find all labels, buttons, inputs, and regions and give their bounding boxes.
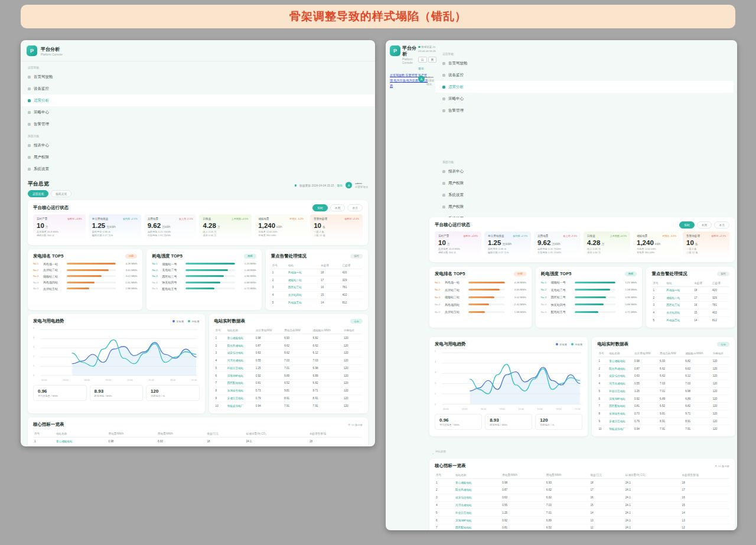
station-link[interactable]: 智能虚拟电厂 <box>226 402 255 409</box>
station-link[interactable]: 滨海湖畔电站 <box>226 372 255 380</box>
table-row[interactable]: 4光伏站四站15402 <box>651 309 729 316</box>
table-row[interactable]: 10智能虚拟电厂 0.947.917.91120 <box>214 402 363 409</box>
table-row[interactable]: 8东湖绿色电站 0.739.819.71120 <box>597 410 729 417</box>
table-row[interactable]: 2阳光风储电站 0.876.621724.117 <box>435 487 729 494</box>
nav-item[interactable]: 告警管理 <box>435 105 734 116</box>
station-link[interactable]: 配电站五号 <box>551 310 572 314</box>
table-row[interactable]: 2储能站二站17329 <box>651 294 729 302</box>
rank-badge[interactable]: 日榜 <box>125 254 138 259</box>
table-row[interactable]: 3园区站三站16781 <box>651 302 729 309</box>
rank-badge[interactable]: 周榜 <box>244 254 256 259</box>
legend-item[interactable]: 发电量 <box>556 343 567 346</box>
station-link[interactable]: 河湾光储电站 <box>226 357 255 364</box>
nav-item[interactable]: 报表中心 <box>21 139 375 151</box>
station-link[interactable]: 绿安综合电站 <box>226 349 255 357</box>
station-link[interactable]: 园区站三号 <box>162 275 183 278</box>
table-row[interactable]: 7园区配电电站 0.816.526.82120 <box>597 403 729 410</box>
table-row[interactable]: 6滨海湖畔电站 0.926.891324.113 <box>435 517 729 524</box>
station-link[interactable]: 园区配电电站 <box>608 403 633 410</box>
page-tab[interactable]: 运营总览 <box>28 190 48 197</box>
table-row[interactable]: 5科创示范电站 1.257.016.98120 <box>214 364 363 372</box>
station-link[interactable]: 储能站二站 <box>665 294 693 302</box>
station-link[interactable]: 充电站二号 <box>551 288 572 292</box>
station-link[interactable]: 青山储能电站 <box>454 479 501 487</box>
station-link[interactable]: 风电场五站 <box>665 316 693 324</box>
station-link[interactable]: 绿安综合电站 <box>454 494 501 501</box>
station-link[interactable]: 青山储能电站 <box>608 357 633 365</box>
table-row[interactable]: 5科创示范电站 1.257.011424.114 <box>435 509 729 517</box>
table-row[interactable]: 2阳光风储电站 0.876.626.62120 <box>214 342 363 350</box>
station-link[interactable]: 河湾光储电站 <box>454 501 501 509</box>
table-row[interactable]: 1青山储能电站 0.986.936.82120 <box>214 334 363 342</box>
station-link[interactable]: 风电场一站 <box>665 286 693 294</box>
station-link[interactable]: 智能虚拟电厂 <box>608 425 633 432</box>
station-link[interactable]: 光伏站二站 <box>43 268 64 272</box>
station-link[interactable]: 风电场一站 <box>287 269 320 276</box>
table-row[interactable]: 2阳光风储电站 0.876.626.62120 <box>597 365 729 373</box>
station-link[interactable]: 园区配电电站 <box>226 380 255 387</box>
station-link[interactable]: 光伏站五站 <box>43 287 64 291</box>
nav-item[interactable]: 系统设置 <box>435 189 734 201</box>
nav-item[interactable]: 首页驾驶舱 <box>435 57 734 69</box>
station-link[interactable]: 科创示范电站 <box>608 387 633 395</box>
station-link[interactable]: 光伏站四站 <box>665 309 693 316</box>
station-link[interactable]: 快充站四号 <box>162 280 183 284</box>
nav-item[interactable]: 运营分析 <box>435 81 734 93</box>
rank-badge[interactable]: 日榜 <box>514 272 526 276</box>
station-link[interactable]: 科创示范电站 <box>226 364 255 372</box>
table-row[interactable]: 6滨海湖畔电站 0.926.896.89120 <box>597 395 729 403</box>
alerts-badge[interactable]: 实时 <box>350 254 363 259</box>
station-link[interactable]: 阳光风储电站 <box>454 487 501 494</box>
station-link[interactable]: 东湖绿色电站 <box>608 410 633 417</box>
table-row[interactable]: 4河湾光储电站 0.557.037.03120 <box>597 380 729 387</box>
nav-item[interactable]: 首页驾驶舱 <box>21 71 375 83</box>
station-link[interactable]: 滨海湖畔电站 <box>608 395 633 403</box>
filter-pill[interactable]: 本月 <box>347 204 363 211</box>
nav-item[interactable]: 运营分析 <box>21 94 375 106</box>
station-link[interactable]: 光伏站四站 <box>287 291 320 299</box>
station-link[interactable]: 储能站一号 <box>551 280 572 284</box>
table-row[interactable]: 3绿安综合电站 0.636.626.12120 <box>597 372 729 380</box>
table-row[interactable]: 7园区配电电站 0.816.521224.112 <box>435 524 729 530</box>
station-link[interactable]: 园区站三站 <box>665 302 693 309</box>
table-row[interactable]: 1风电场一站18420 <box>271 269 363 276</box>
table-row[interactable]: 1青山储能电站 0.986.931824.118 <box>435 479 729 487</box>
table-row[interactable]: 5科创示范电站 1.257.016.98120 <box>597 387 729 395</box>
export-link[interactable]: 导出 <box>337 184 343 187</box>
table-row[interactable]: 3园区站三站16781 <box>271 284 363 292</box>
station-link[interactable]: 光伏站五站 <box>445 310 466 314</box>
table-row[interactable]: 5风电场五站14812 <box>651 316 729 324</box>
table-row[interactable]: 10智能虚拟电厂 0.947.917.91120 <box>597 425 729 432</box>
table-row[interactable]: 1青山储能电站 0.986.931824.118 <box>33 438 363 445</box>
station-link[interactable]: 阳光风储电站 <box>55 445 107 447</box>
table-row[interactable]: 3绿安综合电站 0.636.626.12120 <box>214 349 363 357</box>
nav-item[interactable]: 用户权限 <box>21 151 375 163</box>
table-row[interactable]: 2阳光风储电站 0.876.621724.117 <box>33 445 363 447</box>
station-link[interactable]: 风电场一站 <box>43 262 64 266</box>
table-row[interactable]: 7园区配电电站 0.816.526.82120 <box>214 380 363 387</box>
nav-item-duplicate[interactable]: 用户权限 <box>435 201 734 213</box>
nav-item[interactable]: 告警管理 <box>21 118 375 130</box>
station-link[interactable]: 园区站三站 <box>287 284 320 292</box>
table-row[interactable]: 4河湾光储电站 0.557.037.03120 <box>214 357 363 364</box>
station-link[interactable]: 配电站五号 <box>162 287 183 291</box>
page-tab[interactable]: 能耗总览 <box>51 190 71 197</box>
station-link[interactable]: 风电场五站 <box>287 299 320 306</box>
station-link[interactable]: 青山储能电站 <box>226 334 255 342</box>
table-row[interactable]: 8东湖绿色电站 0.739.819.71120 <box>214 387 363 394</box>
table-row[interactable]: 6滨海湖畔电站 0.926.896.89120 <box>214 372 363 380</box>
legend-item[interactable]: 用电量 <box>188 320 199 323</box>
nav-item[interactable]: 策略中心 <box>435 93 734 105</box>
nav-item[interactable]: 设备监控 <box>21 83 375 94</box>
avatar[interactable]: A <box>418 76 425 82</box>
export-link[interactable]: 导出 <box>418 67 436 70</box>
table-row[interactable]: 1青山储能电站 0.986.936.82120 <box>597 357 729 365</box>
nav-item[interactable]: 设备监控 <box>435 69 734 81</box>
table-row[interactable]: 4光伏站四站15402 <box>271 291 363 299</box>
filter-pill[interactable]: 本周 <box>697 221 712 229</box>
legend-item[interactable]: 发电量 <box>172 320 184 323</box>
station-link[interactable]: 风电场四站 <box>43 280 64 284</box>
table-row[interactable]: 5风电场五站14812 <box>271 299 363 306</box>
nav-item[interactable]: 系统设置 <box>21 163 375 175</box>
station-link[interactable]: 园区配电电站 <box>454 524 501 530</box>
